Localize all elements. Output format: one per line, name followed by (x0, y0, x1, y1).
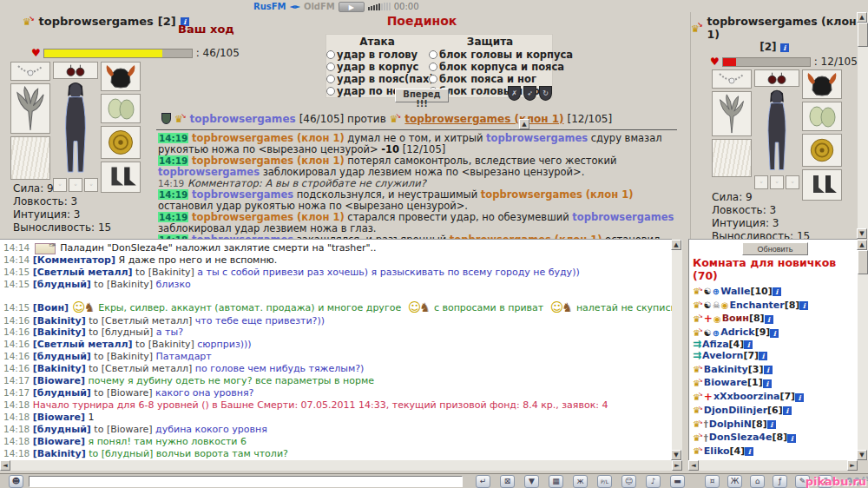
roster-player-name[interactable]: Enchanter (730, 300, 785, 311)
roster-horizontal-scrollbar[interactable]: ◄ ► (688, 460, 858, 471)
info-icon[interactable]: i (795, 393, 804, 402)
ignore-list-icon[interactable]: ж (573, 475, 588, 488)
radio-switch-icon[interactable]: ◄► (290, 3, 300, 10)
info-icon[interactable]: i (787, 434, 796, 443)
ring-slots[interactable]: ◦◦◦ (754, 175, 799, 189)
filter-icon[interactable]: ▼ (524, 475, 539, 488)
main-right-scrollbar[interactable]: ▲ ▼ (858, 12, 868, 239)
defense-option[interactable]: блок головы и корпуса (429, 49, 554, 61)
eraser-icon[interactable]: ⊠ (500, 475, 515, 488)
attack-radio[interactable] (326, 63, 335, 71)
yinyang-icon (704, 300, 712, 310)
crossgray-icon (704, 419, 708, 429)
roster-player-name[interactable]: Воин (722, 313, 749, 325)
medal-icon (713, 314, 721, 324)
roster-player-name[interactable]: Bioware (704, 378, 747, 389)
banner-icon[interactable]: ▬ (670, 475, 685, 488)
enter-icon[interactable]: ↵ (476, 475, 490, 488)
defense-option[interactable]: блок пояса и ног (429, 73, 554, 85)
fight-icon[interactable]: Ж (727, 475, 742, 488)
smiley-face-button[interactable]: ☻ (9, 475, 23, 488)
radio-station-rusfm[interactable]: RusFM (253, 2, 286, 11)
attack-radio[interactable] (326, 75, 335, 83)
chat-input[interactable] (29, 476, 463, 487)
roster-player-name[interactable]: DonSleza4e (709, 432, 773, 444)
roster-player-name[interactable]: xXxboorzina (713, 392, 780, 403)
shield-toggle-icon[interactable]: ✗ (508, 86, 521, 101)
info-icon[interactable]: i (764, 366, 773, 374)
info-icon[interactable]: i (745, 447, 753, 456)
roster-player-name[interactable]: Adrick (720, 327, 754, 339)
info-icon[interactable]: i (780, 43, 789, 52)
attack-radio[interactable] (326, 50, 335, 59)
helmet-slot[interactable] (101, 62, 141, 91)
chat-vertical-scrollbar[interactable]: ▲ ▼ (672, 240, 682, 460)
forward-button[interactable]: Вперед !!! (395, 89, 449, 102)
save-log-icon[interactable]: ▦ (549, 475, 563, 488)
attack-option[interactable]: удар в пояс(пах) (326, 73, 429, 85)
armor-slot[interactable] (10, 136, 50, 180)
roster-player-name[interactable]: DjonDilinjer (704, 405, 767, 416)
earrings-slot[interactable] (754, 69, 799, 87)
earrings-slot[interactable] (53, 62, 98, 79)
attack-radio[interactable] (326, 87, 335, 96)
attack-crown-icon[interactable] (23, 15, 35, 28)
chat-line: 14:18 [Bioware] 1 (3, 412, 670, 424)
text-segment: -10 (381, 143, 399, 155)
defense-radio[interactable] (429, 50, 437, 59)
attack-option[interactable]: удар в корпус (326, 61, 429, 73)
attack-crown-icon[interactable] (691, 21, 703, 34)
option-label: блок корпуса и пояса (439, 61, 564, 73)
attack-header: Атака (326, 35, 428, 49)
info-icon[interactable]: i (783, 406, 792, 415)
necklace-slot[interactable] (712, 69, 752, 89)
armor-slot[interactable] (712, 139, 752, 177)
radio-station-oldfm[interactable]: OldFM (304, 2, 335, 11)
weapon-slot[interactable] (10, 83, 50, 134)
attack-option[interactable]: удар в голову (326, 49, 429, 61)
roster-player-name[interactable]: Avelorn (702, 350, 743, 361)
inventory-icon[interactable]: ⌂ (750, 475, 765, 488)
info-icon[interactable]: i (759, 352, 767, 360)
defense-radio[interactable] (429, 75, 437, 83)
right-player-name[interactable]: topbrowsergames (клон 1) (707, 15, 858, 41)
info-icon[interactable]: i (744, 340, 753, 349)
info-icon[interactable]: i (773, 287, 781, 296)
character-figure (754, 89, 799, 173)
refresh-button[interactable]: Обновить (742, 242, 808, 255)
volume-bars[interactable] (368, 3, 391, 10)
left-player-name[interactable]: topbrowsergames (39, 15, 154, 28)
chat-line: 14:16 [Светлый металл] to [Bakinity] сюр… (3, 339, 670, 351)
defense-option[interactable]: блок корпуса и пояса (429, 61, 554, 73)
roster-vertical-scrollbar[interactable]: ▲ ▼ (858, 240, 868, 460)
info-icon[interactable]: i (799, 301, 808, 310)
roster-player-name[interactable]: Afiza (702, 339, 729, 350)
shield-toggle-icon[interactable]: ➶ (523, 86, 536, 101)
shield-toggle-icon[interactable]: ↻ (539, 86, 552, 101)
log-scroll-up-button[interactable]: ▲ (519, 119, 529, 129)
sound-icon[interactable]: ♪ (646, 475, 661, 488)
info-icon[interactable]: i (763, 379, 772, 388)
roster-player-name[interactable]: DolphiN (709, 419, 752, 430)
gloves-slot[interactable] (802, 102, 842, 131)
roster-player-name[interactable]: Walle (720, 286, 750, 297)
helmet-slot[interactable] (802, 69, 842, 99)
private-log-icon[interactable]: P/L (597, 475, 612, 488)
radio-play-button[interactable]: ▶ (339, 2, 365, 12)
weapon-slot[interactable] (712, 91, 752, 136)
roster-player-name[interactable]: Bakinity (704, 364, 748, 375)
info-icon[interactable]: i (770, 329, 779, 338)
defense-radio[interactable] (429, 63, 437, 71)
shield-slot[interactable] (101, 126, 141, 159)
gloves-slot[interactable] (101, 94, 141, 123)
roster-player-name[interactable]: Eliko (704, 445, 730, 457)
shield-slot[interactable] (802, 134, 842, 167)
chat-horizontal-scrollbar[interactable]: ◄ ► (0, 460, 682, 471)
forum-icon[interactable]: ƒ (773, 475, 787, 488)
info-icon[interactable]: i (765, 315, 773, 324)
smilies-icon[interactable]: ☺ (621, 475, 636, 488)
money-icon[interactable]: ¤ (705, 475, 720, 488)
radio-player: RusFM ◄► OldFM ▶ 00:00 (253, 0, 436, 13)
info-icon[interactable]: i (767, 420, 776, 429)
necklace-slot[interactable] (10, 62, 50, 81)
